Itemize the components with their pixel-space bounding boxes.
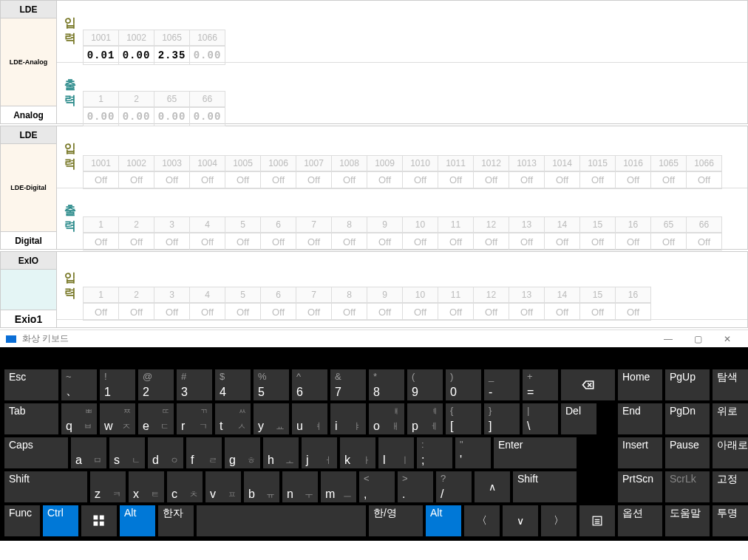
key-Esc[interactable]: Esc <box>4 369 58 400</box>
key-Alt[interactable]: Alt <box>120 505 155 536</box>
key-p[interactable]: pㅖㅔ <box>407 403 443 434</box>
io-value-cell[interactable]: Off <box>367 233 403 250</box>
io-value-cell[interactable]: Off <box>367 171 403 189</box>
key-g[interactable]: gㅎ <box>225 437 260 468</box>
key-Ctrl[interactable]: Ctrl <box>43 505 78 536</box>
io-value-cell[interactable]: Off <box>296 303 332 321</box>
io-value-cell[interactable]: Off <box>154 171 190 189</box>
key-0[interactable]: )0 <box>446 369 481 400</box>
key-;[interactable]: :; <box>417 437 452 468</box>
io-value-cell[interactable]: Off <box>331 171 367 189</box>
io-value-cell[interactable]: Off <box>83 303 119 321</box>
key-위로[interactable]: 위로 <box>713 403 748 434</box>
key-PgUp[interactable]: PgUp <box>665 369 710 400</box>
io-value-cell[interactable]: Off <box>189 303 225 321</box>
key-\[interactable]: |\ <box>523 403 558 434</box>
key-.[interactable]: >. <box>398 471 433 502</box>
maximize-button[interactable]: ▢ <box>683 330 713 348</box>
io-value-cell[interactable]: Off <box>544 233 580 250</box>
io-value-cell[interactable]: Off <box>509 233 545 250</box>
io-value-cell[interactable]: Off <box>579 303 616 321</box>
key-PgDn[interactable]: PgDn <box>665 403 710 434</box>
io-value-cell[interactable]: Off <box>296 171 332 189</box>
io-value-cell[interactable]: Off <box>260 233 296 250</box>
key-Home[interactable]: Home <box>618 369 662 400</box>
io-value-cell[interactable]: Off <box>225 303 261 321</box>
io-value-cell[interactable]: Off <box>509 171 545 189</box>
key-y[interactable]: yㅛ <box>254 403 289 434</box>
io-value-cell[interactable]: Off <box>118 171 154 189</box>
key-、[interactable]: ~、 <box>61 369 97 400</box>
key-Enter[interactable]: Enter <box>494 437 577 468</box>
key-/[interactable]: ?/ <box>436 471 472 502</box>
key-1[interactable]: !1 <box>100 369 135 400</box>
key-한자[interactable]: 한자 <box>158 505 194 536</box>
key-[[interactable]: {[ <box>446 403 481 434</box>
io-value-cell[interactable]: Off <box>331 233 367 250</box>
key-PrtScn[interactable]: PrtScn <box>618 471 662 502</box>
io-value-cell[interactable]: Off <box>473 171 509 189</box>
key-한/영[interactable]: 한/영 <box>369 505 423 536</box>
io-value-cell[interactable]: Off <box>189 233 225 250</box>
io-value-cell[interactable]: Off <box>118 303 154 321</box>
io-value-cell[interactable]: Off <box>225 171 261 189</box>
key-t[interactable]: tㅆㅅ <box>215 403 251 434</box>
menu-key[interactable] <box>579 505 615 536</box>
io-value-cell[interactable]: Off <box>579 171 616 189</box>
key-z[interactable]: zㅋ <box>90 471 126 502</box>
key-][interactable]: }] <box>484 403 520 434</box>
key-e[interactable]: eㄸㄷ <box>138 403 174 434</box>
key-q[interactable]: qㅃㅂ <box>61 403 97 434</box>
key-8[interactable]: *8 <box>369 369 404 400</box>
key-3[interactable]: #3 <box>177 369 212 400</box>
key-아래로[interactable]: 아래로 <box>713 437 748 468</box>
key-b[interactable]: bㅠ <box>244 471 279 502</box>
io-value-cell[interactable]: 0.00 <box>118 107 154 126</box>
key-m[interactable]: mㅡ <box>321 471 356 502</box>
key-Tab[interactable]: Tab <box>4 403 58 434</box>
key-Shift[interactable]: Shift <box>513 471 577 502</box>
key-Func[interactable]: Func <box>4 505 40 536</box>
io-value-cell[interactable]: Off <box>296 233 332 250</box>
key-k[interactable]: kㅏ <box>340 437 375 468</box>
key-〉[interactable]: 〉 <box>541 505 577 536</box>
io-value-cell[interactable]: Off <box>650 233 687 250</box>
win-key[interactable] <box>81 505 117 536</box>
key-d[interactable]: dㅇ <box>148 437 183 468</box>
key-n[interactable]: nㅜ <box>282 471 318 502</box>
io-value-cell[interactable]: Off <box>83 171 119 189</box>
io-value-cell[interactable]: Off <box>686 171 722 189</box>
key-r[interactable]: rㄲㄱ <box>177 403 212 434</box>
key-2[interactable]: @2 <box>138 369 174 400</box>
key-6[interactable]: ^6 <box>292 369 327 400</box>
io-value-cell[interactable]: Off <box>402 171 438 189</box>
key-h[interactable]: hㅗ <box>263 437 299 468</box>
minimize-button[interactable]: — <box>653 330 683 348</box>
key-Insert[interactable]: Insert <box>618 437 662 468</box>
key-9[interactable]: (9 <box>407 369 443 400</box>
io-value-cell[interactable]: Off <box>544 171 580 189</box>
key-v[interactable]: vㅍ <box>205 471 241 502</box>
io-value-cell[interactable]: 0.00 <box>83 107 119 126</box>
io-value-cell[interactable]: 0.00 <box>189 107 225 126</box>
io-value-cell[interactable]: Off <box>189 171 225 189</box>
io-value-cell[interactable]: Off <box>509 303 545 321</box>
io-value-cell[interactable]: Off <box>367 303 403 321</box>
key-∧[interactable]: ∧ <box>475 471 510 502</box>
key-탐색[interactable]: 탐색 <box>713 369 748 400</box>
key-Del[interactable]: Del <box>561 403 596 434</box>
io-value-cell[interactable]: Off <box>402 233 438 250</box>
key-〈[interactable]: 〈 <box>464 505 500 536</box>
close-button[interactable]: ✕ <box>713 330 742 348</box>
key-'[interactable]: "' <box>455 437 491 468</box>
io-value-cell[interactable]: Off <box>438 303 474 321</box>
key-l[interactable]: lㅣ <box>378 437 414 468</box>
key-4[interactable]: $4 <box>215 369 251 400</box>
key-i[interactable]: iㅑ <box>330 403 366 434</box>
key-f[interactable]: fㄹ <box>186 437 222 468</box>
io-value-cell[interactable]: Off <box>438 233 474 250</box>
key-ScrLk[interactable]: ScrLk <box>665 471 710 502</box>
key-End[interactable]: End <box>618 403 662 434</box>
io-value-cell[interactable]: Off <box>154 303 190 321</box>
key-고정[interactable]: 고정 <box>713 471 748 502</box>
